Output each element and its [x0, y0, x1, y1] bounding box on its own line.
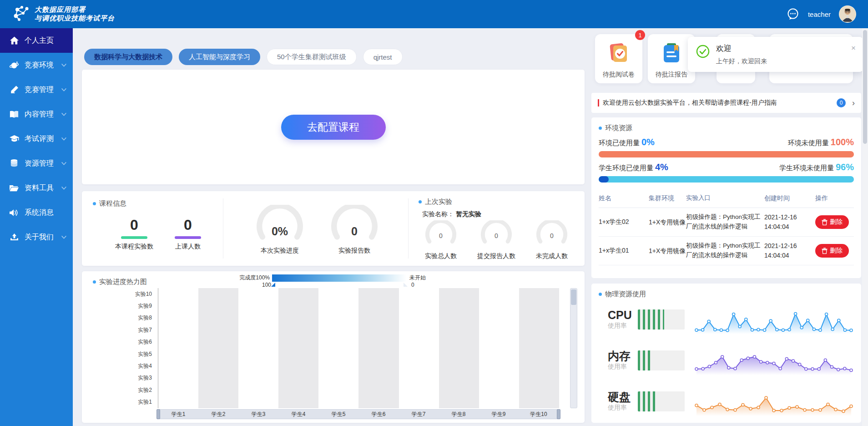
- counter-label: 实验总人数: [416, 252, 465, 260]
- students-table: 姓名集群环境实验入口创建时间操作 1+x学生021+X专用镜像初级操作题：Pyt…: [599, 190, 854, 265]
- heatmap-title: 实验进度热力图: [93, 278, 147, 286]
- counter-value: 0: [535, 232, 569, 239]
- sidebar-item-grad[interactable]: 考试评测: [0, 127, 73, 151]
- cell-entry: 初级操作题：Python实现工厂的流水线的操作逻辑: [686, 241, 764, 260]
- heatmap-column-学生5: [318, 288, 358, 408]
- speaker-icon: [9, 208, 19, 217]
- sidebar-item-book[interactable]: 内容管理: [0, 102, 73, 127]
- sidebar-item-speaker[interactable]: 系统消息: [0, 200, 73, 225]
- banner-accent-bar: [598, 99, 599, 106]
- legend-right-handle-icon: [404, 283, 408, 287]
- heatmap-col-label: 学生7: [399, 411, 439, 418]
- tab-course-4[interactable]: qjrtest: [363, 49, 403, 65]
- heatmap-row-label: 实验5: [127, 348, 156, 360]
- tab-course-3[interactable]: 50个学生集群测试班级: [267, 49, 357, 65]
- bullet-dot-icon: [419, 200, 422, 203]
- slider-vertical-handle[interactable]: [571, 289, 576, 305]
- counter-label: 提交报告人数: [472, 252, 521, 260]
- notify-card-待批阅试卷[interactable]: 待批阅试卷1: [595, 34, 642, 83]
- welcome-banner[interactable]: 欢迎使用云创大数据实验平台，相关帮助请参照课程-用户指南 0 ›: [591, 93, 861, 113]
- delete-button[interactable]: 删除: [815, 244, 849, 258]
- resource-title: CPU: [608, 309, 635, 322]
- heatmap-column-学生7: [399, 288, 439, 408]
- heatmap-col-label: 学生6: [358, 411, 399, 418]
- home-icon: [9, 36, 19, 45]
- heatmap-col-label: 学生1: [158, 411, 198, 418]
- resource-title: 内存: [608, 350, 635, 363]
- stat-本课程实验数: 0本课程实验数: [107, 218, 161, 251]
- env-progress-fill: [599, 176, 609, 183]
- sidebar-item-upload[interactable]: 关于我们: [0, 225, 73, 249]
- resource-subtitle: 使用率: [608, 322, 635, 330]
- avatar[interactable]: [839, 5, 856, 23]
- trash-icon: [822, 248, 828, 254]
- resource-row-内存: 内存使用率: [599, 340, 854, 380]
- cell-cluster: 1+X专用镜像: [649, 246, 686, 256]
- resource-gauge-fill: [638, 350, 651, 370]
- env-usage-学生环境已使用量: 学生环境已使用量4%学生环境未使用量96%: [599, 162, 854, 183]
- counter-实验总人数: 0实验总人数: [416, 220, 465, 260]
- sidebar: 个人主页竞赛环境竞赛管理内容管理考试评测资源管理资料工具系统消息关于我们: [0, 28, 73, 426]
- column-header-集群环境: 集群环境: [649, 193, 686, 203]
- heatmap-column-学生8: [439, 288, 479, 408]
- tab-course-1[interactable]: 数据科学与大数据技术: [84, 49, 172, 65]
- chevron-right-icon[interactable]: ›: [852, 99, 855, 107]
- resource-sparkline-chart: [694, 302, 854, 337]
- table-row: 1+x学生021+X专用镜像初级操作题：Python实现工厂的流水线的操作逻辑2…: [599, 208, 854, 237]
- close-icon[interactable]: ×: [851, 44, 856, 72]
- toast-message: 上午好，欢迎回来: [716, 57, 767, 66]
- planet-icon: [9, 61, 19, 70]
- gauge-label: 实验报告数: [326, 247, 383, 255]
- cell-cluster: 1+X专用镜像: [649, 218, 686, 227]
- delete-button[interactable]: 删除: [815, 215, 849, 229]
- column-header-创建时间: 创建时间: [764, 193, 815, 203]
- bullet-dot-icon: [93, 280, 96, 284]
- chevron-down-icon: [61, 187, 66, 190]
- configure-course-button[interactable]: 去配置课程: [281, 115, 386, 140]
- chevron-down-icon: [61, 113, 66, 116]
- tab-course-2[interactable]: 人工智能与深度学习: [179, 49, 260, 65]
- slider-right-handle[interactable]: [557, 409, 560, 419]
- page-scrollbar[interactable]: [862, 28, 868, 426]
- env-used-value: 4%: [655, 162, 668, 172]
- heatmap-column-学生3: [238, 288, 278, 408]
- sidebar-item-database[interactable]: 资源管理: [0, 151, 73, 176]
- heatmap-column-学生4: [278, 288, 318, 408]
- messages-icon[interactable]: [786, 7, 800, 21]
- heatmap-x-slider[interactable]: 学生1学生2学生3学生4学生5学生6学生7学生8学生9学生10: [158, 409, 559, 419]
- heatmap-y-slider[interactable]: [570, 288, 577, 408]
- sidebar-item-folder[interactable]: 资料工具: [0, 176, 73, 200]
- env-usage-环境已使用量: 环境已使用量0%环境未使用量100%: [599, 137, 854, 157]
- heatmap-column-学生10: [519, 288, 559, 408]
- banner-badge: 0: [837, 98, 846, 107]
- slider-left-handle[interactable]: [156, 409, 160, 419]
- sidebar-item-edit[interactable]: 竞赛管理: [0, 77, 73, 102]
- screen: 大数据应用部署 与调优职业技能考试平台 teacher: [0, 0, 868, 426]
- sidebar-item-home[interactable]: 个人主页: [0, 28, 73, 53]
- chevron-down-icon: [61, 88, 66, 91]
- env-used-label: 环境已使用量0%: [599, 137, 655, 147]
- success-check-icon: [696, 45, 710, 72]
- env-free-value: 96%: [836, 162, 854, 172]
- physical-resource-rows: CPU使用率内存使用率硬盘使用率: [599, 299, 854, 421]
- chevron-down-icon: [61, 162, 66, 165]
- heatmap-row-label: 实验2: [127, 384, 156, 396]
- gauge-label: 本次实验进度: [251, 247, 308, 255]
- cell-created: 2021-12-16 14:04:04: [764, 213, 815, 232]
- scrollbar-handle[interactable]: [863, 30, 867, 144]
- resource-gauge-fill: [638, 309, 664, 330]
- chevron-down-icon: [61, 236, 66, 239]
- resource-row-硬盘: 硬盘使用率: [599, 381, 854, 421]
- bullet-dot-icon: [93, 202, 96, 205]
- heatmap-column-学生9: [479, 288, 519, 408]
- table-body: 1+x学生021+X专用镜像初级操作题：Python实现工厂的流水线的操作逻辑2…: [599, 208, 854, 265]
- course-tabs: 数据科学与大数据技术人工智能与深度学习50个学生集群测试班级qjrtest: [84, 49, 403, 65]
- heatmap-legend: 完成度100% 未开始 100 0: [237, 274, 510, 288]
- column-header-操作: 操作: [815, 194, 854, 203]
- heatmap-column-学生1: [158, 288, 198, 408]
- header-right: teacher: [786, 5, 856, 23]
- heatmap-col-label: 学生5: [318, 411, 358, 418]
- resource-name: 内存使用率: [599, 350, 635, 371]
- sidebar-item-planet[interactable]: 竞赛环境: [0, 53, 73, 77]
- sidebar-item-label: 系统消息: [25, 208, 54, 218]
